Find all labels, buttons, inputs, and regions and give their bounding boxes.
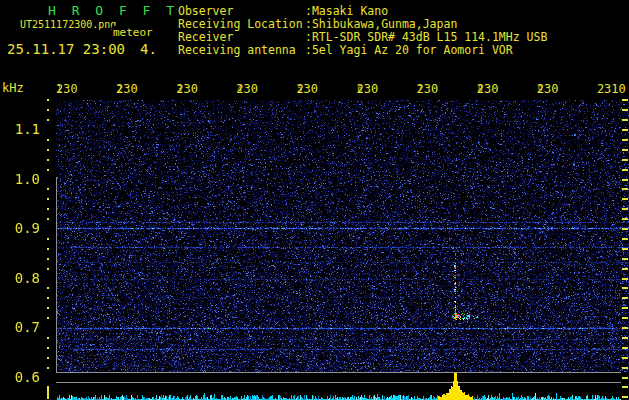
right-edge-tick xyxy=(622,149,628,151)
freq-minor-tick xyxy=(47,238,49,240)
plot-left-border xyxy=(56,178,57,372)
right-edge-tick xyxy=(622,208,628,210)
freq-tick-label: 0.6 xyxy=(4,369,40,385)
freq-minor-tick xyxy=(47,258,49,260)
right-edge-tick xyxy=(622,139,628,141)
freq-tick-label: 1.0 xyxy=(4,171,40,187)
right-edge-tick xyxy=(622,119,628,121)
right-edge-tick xyxy=(622,287,628,289)
receiver-label: Receiver xyxy=(178,30,233,44)
right-edge-tick xyxy=(622,218,628,220)
app-title: H R O F F T xyxy=(48,3,178,18)
freq-minor-tick xyxy=(47,297,49,299)
receiving-antenna-value: :5el Yagi Az 20 for Aomori VOR xyxy=(305,43,513,57)
hrofft-screen: H R O F F T UT2511172300.png meteor 25.1… xyxy=(0,0,629,400)
freq-minor-tick xyxy=(47,347,49,349)
datetime-label: 25.11.17 23:00 xyxy=(7,41,125,57)
freq-minor-tick xyxy=(47,188,49,190)
right-edge-tick xyxy=(622,99,628,101)
time-tick-label: 2310 xyxy=(597,82,626,96)
right-edge-tick xyxy=(622,367,628,369)
freq-minor-tick xyxy=(47,317,49,319)
freq-minor-tick xyxy=(47,169,49,171)
mode-label: meteor xyxy=(112,26,153,39)
freq-minor-tick xyxy=(47,159,49,161)
right-edge-tick xyxy=(622,297,628,299)
freq-tick-label: 1.1 xyxy=(4,121,40,137)
right-edge-tick xyxy=(622,258,628,260)
freq-minor-tick xyxy=(47,149,49,151)
right-edge-tick xyxy=(622,179,628,181)
freq-minor-tick xyxy=(47,218,49,220)
frame-counter: 4. xyxy=(140,41,157,57)
right-edge-tick xyxy=(622,228,628,230)
freq-minor-tick xyxy=(47,367,49,369)
signal-strip-canvas xyxy=(56,372,629,400)
right-edge-tick xyxy=(622,159,628,161)
strip-left-marker xyxy=(47,386,49,399)
right-edge-tick xyxy=(622,347,628,349)
freq-minor-tick xyxy=(47,109,49,111)
freq-minor-tick xyxy=(47,99,49,101)
freq-tick-label: 0.7 xyxy=(4,319,40,335)
freq-tick-label: 0.8 xyxy=(4,270,40,286)
right-edge-tick xyxy=(622,248,628,250)
right-edge-tick xyxy=(622,377,628,379)
right-edge-tick xyxy=(622,129,628,131)
observer-value: :Masaki Kano xyxy=(305,4,388,18)
right-edge-tick xyxy=(622,188,628,190)
freq-minor-tick xyxy=(47,198,49,200)
right-edge-tick xyxy=(622,337,628,339)
receiving-location-label: Receiving Location xyxy=(178,17,303,31)
freq-tick-label: 0.9 xyxy=(4,220,40,236)
right-edge-tick xyxy=(622,268,628,270)
right-edge-tick xyxy=(622,169,628,171)
freq-minor-tick xyxy=(47,208,49,210)
receiving-antenna-label: Receiving antenna xyxy=(178,43,296,57)
freq-minor-tick xyxy=(47,248,49,250)
freq-minor-tick xyxy=(47,119,49,121)
right-edge-tick xyxy=(622,278,628,280)
right-edge-tick xyxy=(622,357,628,359)
right-edge-tick xyxy=(622,109,628,111)
freq-minor-tick xyxy=(47,337,49,339)
right-edge-tick xyxy=(622,386,628,388)
spectrogram-canvas xyxy=(56,100,629,372)
right-edge-tick xyxy=(622,396,628,398)
freq-minor-tick xyxy=(47,268,49,270)
freq-minor-tick xyxy=(47,287,49,289)
receiver-value: :RTL-SDR SDR# 43dB L15 114.1MHz USB xyxy=(305,30,547,44)
freq-unit-label: kHz xyxy=(2,81,24,95)
right-edge-tick xyxy=(622,307,628,309)
freq-minor-tick xyxy=(47,139,49,141)
right-edge-tick xyxy=(622,198,628,200)
output-filename: UT2511172300.png xyxy=(20,19,116,30)
freq-minor-tick xyxy=(47,307,49,309)
receiving-location-value: :Shibukawa,Gunma,Japan xyxy=(305,17,457,31)
right-edge-tick xyxy=(622,317,628,319)
right-edge-tick xyxy=(622,238,628,240)
observer-label: Observer xyxy=(178,4,233,18)
freq-minor-tick xyxy=(47,357,49,359)
right-edge-tick xyxy=(622,327,628,329)
